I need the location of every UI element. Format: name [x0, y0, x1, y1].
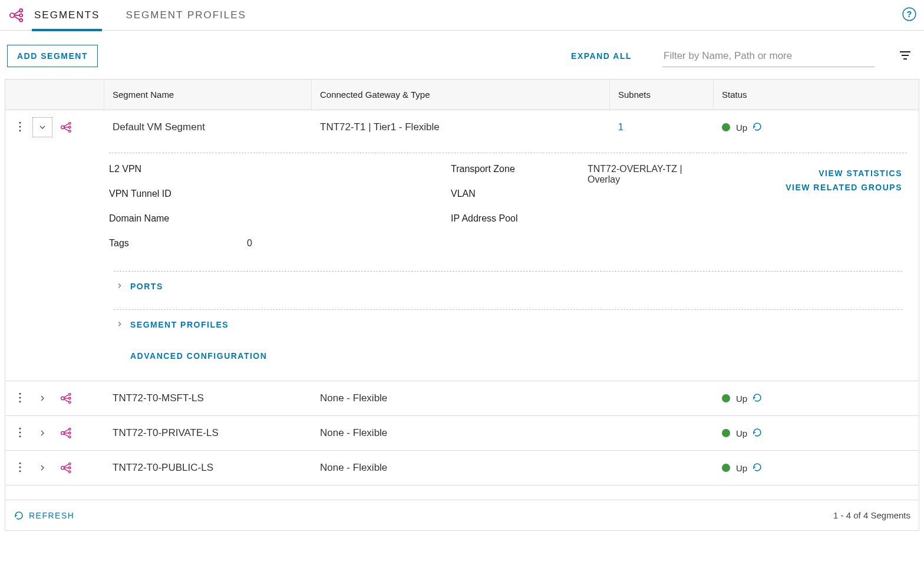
- status-dot-icon: [722, 394, 730, 402]
- row-expand-toggle[interactable]: [32, 423, 52, 443]
- chevron-right-icon: [38, 463, 47, 473]
- segments-brand-icon: [7, 5, 27, 25]
- row-expand-toggle[interactable]: [32, 388, 52, 408]
- chevron-right-icon: [38, 428, 47, 438]
- segment-icon: [58, 391, 75, 405]
- tab-segments[interactable]: SEGMENTS: [34, 0, 100, 30]
- vpn-tunnel-id-label: VPN Tunnel ID: [109, 189, 247, 199]
- svg-line-4: [14, 11, 19, 14]
- table-row: Default VM Segment TNT72-T1 | Tier1 - Fl…: [5, 110, 919, 381]
- row-menu-icon[interactable]: [18, 461, 27, 475]
- row-menu-icon[interactable]: [18, 121, 27, 134]
- segment-profiles-link[interactable]: SEGMENT PROFILES: [130, 320, 229, 329]
- svg-point-43: [19, 466, 21, 468]
- svg-point-2: [19, 14, 22, 16]
- connected-gateway: None - Flexible: [320, 462, 387, 474]
- svg-point-18: [69, 130, 71, 132]
- status-text: Up: [736, 123, 747, 133]
- row-menu-icon[interactable]: [18, 427, 27, 440]
- status-dot-icon: [722, 464, 730, 472]
- status-text: Up: [736, 428, 747, 438]
- svg-line-6: [14, 16, 19, 19]
- svg-line-19: [64, 124, 68, 127]
- l2vpn-label: L2 VPN: [109, 164, 247, 174]
- svg-line-51: [64, 468, 68, 471]
- row-menu-icon[interactable]: [18, 392, 27, 405]
- filter-settings-icon[interactable]: [898, 48, 912, 64]
- svg-point-12: [19, 121, 21, 123]
- svg-point-46: [69, 463, 71, 465]
- view-statistics-link[interactable]: VIEW STATISTICS: [786, 169, 902, 178]
- tags-value: 0: [247, 238, 252, 249]
- row-counter: 1 - 4 of 4 Segments: [833, 510, 910, 520]
- row-expand-toggle[interactable]: [32, 117, 52, 137]
- status-text: Up: [736, 463, 747, 473]
- row-details: L2 VPN VPN Tunnel ID Domain Name Tags 0: [5, 153, 919, 381]
- svg-point-1: [19, 9, 22, 12]
- svg-point-27: [69, 397, 71, 399]
- svg-point-22: [19, 392, 21, 394]
- filter-input[interactable]: [662, 45, 874, 67]
- connected-gateway: None - Flexible: [320, 427, 387, 439]
- table-header-row: Segment Name Connected Gateway & Type Su…: [5, 80, 919, 110]
- svg-point-48: [69, 471, 71, 473]
- svg-point-0: [10, 13, 15, 18]
- add-segment-button[interactable]: ADD SEGMENT: [7, 45, 98, 67]
- svg-line-21: [64, 128, 68, 131]
- help-icon[interactable]: ?: [902, 6, 917, 24]
- ports-expand-toggle[interactable]: [109, 282, 130, 292]
- advanced-configuration-link[interactable]: ADVANCED CONFIGURATION: [130, 351, 267, 361]
- segment-profiles-expand-toggle[interactable]: [109, 320, 130, 330]
- svg-point-42: [19, 462, 21, 464]
- status-refresh-icon[interactable]: [752, 462, 763, 474]
- svg-line-41: [64, 434, 68, 437]
- header-status: Status: [714, 80, 809, 110]
- tabs-bar: SEGMENTS SEGMENT PROFILES ?: [0, 0, 924, 31]
- status-refresh-icon[interactable]: [752, 121, 763, 134]
- svg-point-26: [69, 394, 71, 395]
- table-row: TNT72-T0-PRIVATE-LS None - Flexible Up: [5, 416, 919, 451]
- svg-point-34: [19, 435, 21, 437]
- header-segment-name: Segment Name: [104, 80, 312, 110]
- status-refresh-icon[interactable]: [752, 392, 763, 405]
- status-refresh-icon[interactable]: [752, 427, 763, 440]
- segment-name: TNT72-T0-PUBLIC-LS: [113, 462, 213, 474]
- connected-gateway: None - Flexible: [320, 392, 387, 404]
- svg-point-23: [19, 397, 21, 398]
- svg-line-39: [64, 430, 68, 432]
- transport-zone-value: TNT72-OVERLAY-TZ | Overlay: [588, 164, 699, 185]
- svg-line-49: [64, 464, 68, 467]
- chevron-right-icon: [38, 394, 47, 403]
- svg-point-28: [69, 401, 71, 403]
- connected-gateway: TNT72-T1 | Tier1 - Flexible: [320, 121, 440, 133]
- svg-point-17: [69, 126, 71, 128]
- transport-zone-label: Transport Zone: [451, 164, 588, 174]
- ports-link[interactable]: PORTS: [130, 282, 163, 291]
- svg-point-13: [19, 125, 21, 127]
- header-subnets: Subnets: [610, 80, 714, 110]
- view-related-groups-link[interactable]: VIEW RELATED GROUPS: [786, 183, 902, 192]
- segments-table: Segment Name Connected Gateway & Type Su…: [5, 79, 919, 531]
- svg-point-14: [19, 130, 21, 131]
- vlan-label: VLAN: [451, 189, 588, 199]
- tab-segment-profiles[interactable]: SEGMENT PROFILES: [126, 0, 246, 30]
- segment-icon: [58, 461, 75, 475]
- refresh-button[interactable]: REFRESH: [14, 510, 74, 521]
- table-footer: REFRESH 1 - 4 of 4 Segments: [5, 500, 919, 530]
- svg-point-3: [19, 18, 22, 21]
- svg-point-36: [69, 428, 71, 430]
- row-expand-toggle[interactable]: [32, 458, 52, 478]
- ip-address-pool-label: IP Address Pool: [451, 213, 588, 224]
- refresh-icon: [14, 510, 24, 521]
- svg-point-32: [19, 427, 21, 429]
- subnets-link[interactable]: 1: [618, 122, 623, 133]
- tab-list: SEGMENTS SEGMENT PROFILES: [34, 0, 246, 30]
- segment-icon: [58, 120, 75, 134]
- expand-all-button[interactable]: EXPAND ALL: [571, 51, 632, 61]
- segment-icon: [58, 426, 75, 440]
- segment-name: TNT72-T0-MSFT-LS: [113, 392, 204, 404]
- status-dot-icon: [722, 123, 730, 131]
- svg-point-16: [69, 123, 71, 124]
- segment-name: TNT72-T0-PRIVATE-LS: [113, 427, 219, 439]
- svg-text:?: ?: [907, 9, 912, 19]
